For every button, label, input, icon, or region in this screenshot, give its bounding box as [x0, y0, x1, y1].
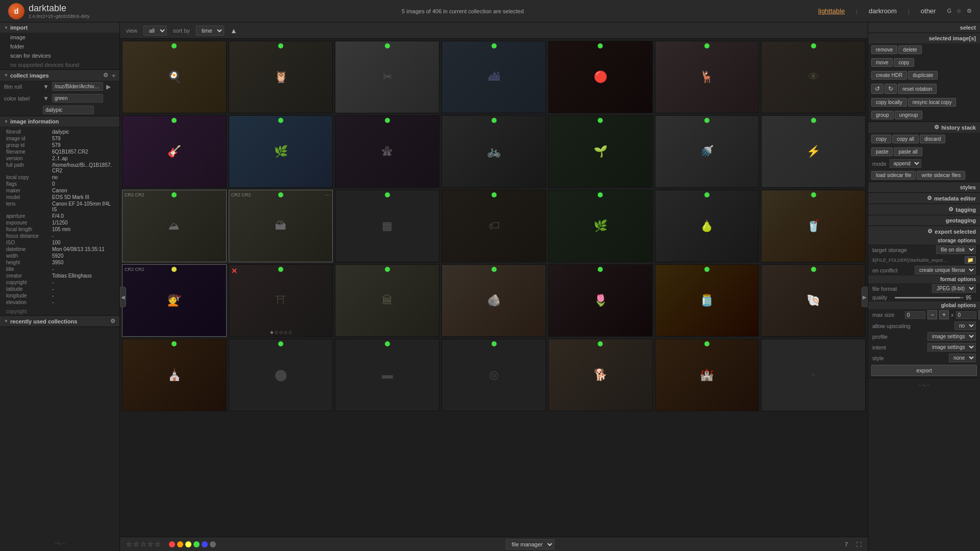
recently-gear[interactable]: ⚙	[110, 318, 115, 324]
rotate-ccw-btn[interactable]: ↺	[871, 84, 884, 94]
star-filter[interactable]: ☆ ☆ ☆ ☆ ☆	[126, 540, 161, 548]
gear-icon[interactable]: ⚙	[967, 8, 972, 14]
history-copy-btn[interactable]: copy	[871, 135, 891, 143]
thumb-4[interactable]: 🏙	[442, 41, 546, 113]
tagging-gear[interactable]: ⚙	[948, 206, 953, 213]
size-w-plus[interactable]: +	[939, 310, 949, 319]
history-paste-all-btn[interactable]: paste all	[894, 147, 922, 156]
left-collapse-btn[interactable]: ◀	[120, 287, 126, 307]
star-4[interactable]: ☆	[148, 540, 154, 548]
styles-header[interactable]: styles	[868, 182, 980, 192]
scan-for-devices[interactable]: scan for devices	[0, 51, 119, 60]
target-storage-select[interactable]: file on disk	[936, 245, 976, 254]
collect-plus[interactable]: +	[112, 72, 115, 79]
metadata-gear[interactable]: ⚙	[927, 195, 932, 202]
write-sidecar-btn[interactable]: write sidecar files	[917, 171, 965, 180]
view-select[interactable]: all	[143, 26, 167, 36]
thumb-3[interactable]: ✂	[335, 41, 439, 113]
import-folder[interactable]: folder	[0, 42, 119, 51]
thumb-13[interactable]: 🚿	[655, 115, 760, 188]
thumb-20[interactable]: 🥤	[761, 190, 866, 262]
create-hdr-btn[interactable]: create HDR	[871, 71, 907, 80]
metadata-header[interactable]: ⚙ metadata editor	[868, 193, 980, 204]
import-image[interactable]: image	[0, 33, 119, 42]
max-size-h-input[interactable]	[956, 311, 976, 319]
thumb-15b[interactable]: 🏔 CR2 CR2 ⋯	[229, 190, 333, 262]
thumb-5[interactable]: 🔴	[548, 41, 653, 113]
color-blue[interactable]	[202, 541, 208, 547]
fullscreen-btn[interactable]: ⛶	[856, 541, 862, 547]
star-3[interactable]: ☆	[140, 540, 146, 548]
thumb-25[interactable]: 🌷	[548, 264, 653, 337]
thumb-18[interactable]: 🌿	[548, 190, 653, 262]
selected-images-header[interactable]: selected image[s]	[868, 33, 980, 43]
thumb-2[interactable]: 🦉	[229, 41, 333, 113]
thumb-22[interactable]: ⛩ ✕ ★☆☆☆☆	[229, 264, 333, 337]
history-stack-header[interactable]: ⚙ history stack	[868, 122, 980, 133]
profile-select[interactable]: image settings	[927, 332, 976, 341]
star-5[interactable]: ☆	[155, 540, 161, 548]
max-size-w-input[interactable]	[905, 311, 925, 319]
thumb-27[interactable]: 🐚	[761, 264, 866, 337]
thumb-33[interactable]: 🏰	[655, 339, 760, 411]
copy-btn[interactable]: copy	[894, 58, 914, 67]
star-2[interactable]: ☆	[133, 540, 139, 548]
thumb-6[interactable]: 🦌	[655, 41, 760, 113]
color-none[interactable]	[210, 541, 216, 547]
star-icon[interactable]: ☆	[957, 8, 962, 14]
on-conflict-select[interactable]: create unique filename	[915, 266, 976, 274]
delete-btn[interactable]: delete	[898, 45, 921, 54]
thumb-11[interactable]: 🚲	[442, 115, 546, 188]
thumb-15[interactable]: ⛰ CR2 CR2	[122, 190, 227, 262]
thumb-29[interactable]: ⬤	[229, 339, 333, 411]
google-icon[interactable]: G	[947, 8, 951, 14]
thumb-32[interactable]: 🐕	[548, 339, 653, 411]
thumb-12[interactable]: 🌱	[548, 115, 653, 188]
remove-btn[interactable]: remove	[871, 45, 897, 54]
load-sidecar-btn[interactable]: load sidecar file	[871, 171, 916, 180]
thumb-7[interactable]: 👁	[761, 41, 866, 113]
right-collapse-btn[interactable]: ▶	[862, 287, 868, 307]
view-mode-select[interactable]: file manager	[506, 539, 554, 549]
thumb-14[interactable]: ⚡	[761, 115, 866, 188]
thumb-menu[interactable]: ⋯	[325, 192, 330, 199]
filmroll-arrow[interactable]: ▶	[106, 83, 111, 90]
export-header[interactable]: ⚙ export selected	[868, 226, 980, 237]
thumb-24[interactable]: 🪨	[442, 264, 546, 337]
move-btn[interactable]: move	[871, 58, 893, 67]
star-1[interactable]: ☆	[126, 540, 132, 548]
colorlabel-value[interactable]: green	[52, 94, 103, 103]
path-folder-btn[interactable]: 📁	[965, 256, 976, 264]
quality-slider[interactable]	[895, 297, 964, 298]
thumb-21[interactable]: 💇 CR2 CR2	[122, 264, 227, 337]
recently-header[interactable]: ▼ recently used collections ⚙	[0, 316, 119, 327]
color-orange[interactable]	[177, 541, 183, 547]
import-header[interactable]: ▼ import	[0, 22, 119, 33]
other-btn[interactable]: other	[918, 6, 939, 16]
history-gear[interactable]: ⚙	[934, 124, 939, 131]
thumb-30[interactable]: ▬	[335, 339, 439, 411]
thumb-34[interactable]: ▪	[761, 339, 866, 411]
history-discard-btn[interactable]: discard	[920, 135, 945, 143]
geotagging-header[interactable]: geotagging	[868, 215, 980, 226]
group-btn[interactable]: group	[871, 111, 894, 119]
thumb-23[interactable]: 🏛	[335, 264, 439, 337]
color-yellow[interactable]	[185, 541, 191, 547]
tagging-header[interactable]: ⚙ tagging	[868, 204, 980, 215]
ungroup-btn[interactable]: ungroup	[895, 111, 923, 119]
thumb-8[interactable]: 🎸	[122, 115, 227, 188]
filmroll-value[interactable]: /ouz/Bilder/Archiv/dailypic	[52, 82, 103, 91]
history-copy-all-btn[interactable]: copy all	[892, 135, 919, 143]
image-info-header[interactable]: ▼ image information	[0, 116, 119, 127]
thumb-9[interactable]: 🌿	[229, 115, 333, 188]
intent-select[interactable]: image settings	[927, 343, 976, 352]
thumb-1[interactable]: 🍳	[122, 41, 227, 113]
rotate-cw-btn[interactable]: ↻	[885, 84, 897, 94]
thumb-19[interactable]: 🍐	[655, 190, 760, 262]
collect-header[interactable]: ▼ collect images ⚙ +	[0, 70, 119, 81]
allow-upscaling-select[interactable]: no	[954, 321, 976, 330]
thumb-10[interactable]: 🛣	[335, 115, 439, 188]
thumb-31[interactable]: ◎	[442, 339, 546, 411]
mode-select[interactable]: append	[890, 159, 921, 168]
thumb-26[interactable]: 🫙	[655, 264, 760, 337]
